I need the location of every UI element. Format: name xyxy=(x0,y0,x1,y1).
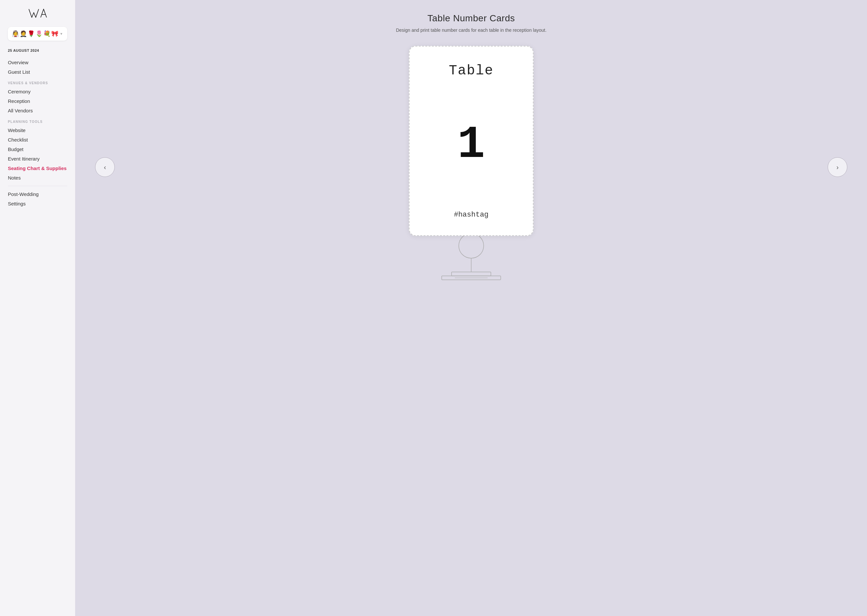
wedding-card[interactable]: 👰 🤵 🌹 🌷 💐 🎀 ▾ xyxy=(8,27,67,41)
svg-point-0 xyxy=(459,233,484,258)
table-card-hashtag: #hashtag xyxy=(454,211,489,219)
sidebar-item-checklist[interactable]: Checklist xyxy=(8,135,67,145)
sidebar-item-website[interactable]: Website xyxy=(8,126,67,135)
sidebar-item-seating-chart[interactable]: Seating Chart & Supplies xyxy=(8,163,67,173)
wedding-date: 25 AUGUST 2024 xyxy=(8,49,67,52)
chevron-left-icon: ‹ xyxy=(104,163,106,171)
planning-tools-label: PLANNING TOOLS xyxy=(8,120,67,124)
avatar-1: 👰 xyxy=(12,30,19,37)
table-number-card: Table 1 #hashtag xyxy=(409,46,533,236)
chevron-right-icon: › xyxy=(837,163,839,171)
sidebar-item-event-itinerary[interactable]: Event Itinerary xyxy=(8,154,67,163)
logo-area xyxy=(8,6,67,21)
sidebar: 👰 🤵 🌹 🌷 💐 🎀 ▾ 25 AUGUST 2024 Overview Gu… xyxy=(0,0,76,616)
page-title: Table Number Cards xyxy=(427,13,515,24)
avatar-2: 🤵 xyxy=(20,30,27,37)
sidebar-item-settings[interactable]: Settings xyxy=(8,199,67,208)
next-arrow-button[interactable]: › xyxy=(828,157,847,177)
sidebar-item-notes[interactable]: Notes xyxy=(8,173,67,182)
avatar-group: 👰 🤵 🌹 🌷 💐 🎀 xyxy=(12,30,58,37)
card-carousel: ‹ Table 1 #hashtag › xyxy=(95,46,847,288)
prev-arrow-button[interactable]: ‹ xyxy=(95,157,115,177)
sidebar-item-all-vendors[interactable]: All Vendors xyxy=(8,106,67,115)
avatar-4: 🌷 xyxy=(35,30,43,37)
sidebar-item-overview[interactable]: Overview xyxy=(8,58,67,67)
sidebar-item-budget[interactable]: Budget xyxy=(8,145,67,154)
avatar-6: 🎀 xyxy=(51,30,58,37)
avatar-3: 🌹 xyxy=(28,30,35,37)
sidebar-item-reception[interactable]: Reception xyxy=(8,96,67,106)
nav-divider xyxy=(8,186,67,186)
card-stand-illustration xyxy=(432,229,511,288)
page-subtitle: Design and print table number cards for … xyxy=(396,28,546,33)
sidebar-item-guest-list[interactable]: Guest List xyxy=(8,67,67,77)
logo-icon xyxy=(28,6,47,21)
main-content: Table Number Cards Design and print tabl… xyxy=(76,0,867,616)
sidebar-item-post-wedding[interactable]: Post-Wedding xyxy=(8,189,67,199)
svg-rect-2 xyxy=(452,272,491,276)
chevron-down-icon[interactable]: ▾ xyxy=(60,31,62,36)
venues-vendors-label: VENUES & VENDORS xyxy=(8,81,67,85)
table-card-number: 1 xyxy=(457,122,485,168)
avatar-5: 💐 xyxy=(43,30,50,37)
sidebar-item-ceremony[interactable]: Ceremony xyxy=(8,87,67,96)
table-card-label: Table xyxy=(449,63,494,79)
table-card-wrapper: Table 1 #hashtag xyxy=(409,46,533,288)
